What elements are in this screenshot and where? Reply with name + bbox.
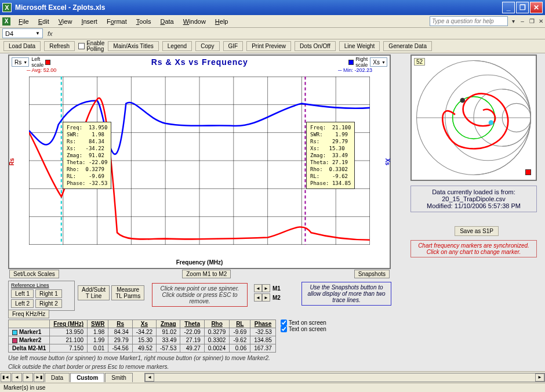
m2-left-button[interactable]: ◄ (254, 293, 262, 302)
reference-lines-panel: Reference Lines Left 1Right 1 Left 2Righ… (8, 281, 75, 311)
tab-custom[interactable]: Custom (70, 373, 104, 382)
enable-polling-checkbox[interactable] (78, 43, 85, 49)
maximize-button[interactable]: ❐ (516, 2, 529, 13)
legend-button[interactable]: Legend (162, 41, 192, 51)
smith-color-swatch (525, 169, 531, 175)
minimize-button[interactable]: _ (502, 2, 515, 13)
sheet-tabs-bar: ▮◄ ◄ ► ►▮ Data Custom Smith ◄► (0, 371, 545, 383)
measure-tlparms-button[interactable]: Measure TL Parms (111, 285, 144, 300)
tab-data[interactable]: Data (45, 373, 70, 382)
right-scale-label: Right scale (355, 56, 368, 68)
copy-button[interactable]: Copy (195, 41, 219, 51)
table-row: Marker113.9501.9884.34-34.2291.02-22.090… (9, 328, 276, 336)
marker1-swatch (12, 330, 17, 335)
menu-file[interactable]: FFileile (14, 18, 34, 25)
left-scale-label: Left scale (31, 56, 43, 68)
reference-lines-label: Reference Lines (11, 282, 72, 288)
marker-table-area: Freq KHz/Hz Freq (MHz)SWRRsXsZmagThetaRh… (8, 310, 414, 370)
ref-left2-button[interactable]: Left 2 (11, 299, 34, 308)
left-color-swatch (45, 60, 50, 65)
text-on-screen-2[interactable]: Text on screen (281, 326, 326, 332)
left-trace-dropdown[interactable]: Rs (12, 57, 29, 67)
dots-button[interactable]: Dots On/Off (295, 41, 336, 51)
tab-nav-prev[interactable]: ◄ (12, 373, 22, 382)
y-axis-right-label: Xs (384, 158, 390, 165)
print-preview-button[interactable]: Print Preview (246, 41, 291, 51)
doc-help-dropdown[interactable]: ▾ (509, 17, 517, 26)
refresh-button[interactable]: Refresh (44, 41, 75, 51)
data-source-info: Data currently loaded is from: 20_15_Tra… (410, 186, 537, 212)
right-color-swatch (348, 60, 354, 65)
m1-right-button[interactable]: ► (262, 284, 270, 292)
tab-nav-next[interactable]: ► (23, 373, 33, 382)
sync-note: Chart frequency markers are synchronized… (410, 240, 537, 257)
svg-point-51 (489, 120, 494, 125)
snapshots-button[interactable]: Snapshots (354, 270, 390, 278)
menu-data[interactable]: Data (155, 18, 178, 25)
status-text: Marker(s) in use (3, 384, 45, 391)
menu-tools[interactable]: Tools (132, 18, 156, 25)
generate-data-button[interactable]: Generate Data (383, 41, 432, 51)
smith-z0-label: 52 (414, 58, 425, 66)
doc-close-button[interactable]: ✕ (537, 17, 545, 26)
y-axis-left-label: Rs (9, 158, 15, 166)
excel-icon: X (2, 3, 12, 12)
menu-format[interactable]: Format (102, 18, 132, 25)
x-axis-label: Frequency (MHz) (9, 259, 390, 266)
status-bar: Marker(s) in use (0, 383, 545, 392)
freq-unit-button[interactable]: Freq KHz/Hz (8, 310, 49, 318)
tip-line-2: Click outside the chart border or press … (8, 364, 414, 370)
main-chart[interactable]: Rs Left scale Rs & Xs vs Frequency Right… (8, 55, 391, 269)
ref-left1-button[interactable]: Left 1 (11, 289, 34, 298)
min-label: ─ Min: -202.23 (338, 67, 372, 74)
load-data-button[interactable]: Load Data (3, 41, 41, 51)
menu-insert[interactable]: Insert (77, 18, 102, 25)
close-button[interactable]: ✕ (530, 2, 543, 13)
right-trace-dropdown[interactable]: Xs (370, 57, 387, 67)
m1-label: M1 (272, 285, 281, 292)
ref-right2-button[interactable]: Right 2 (35, 299, 62, 308)
hscroll-right[interactable]: ► (535, 373, 544, 382)
click-hint: Click new point or use spinner. Click ou… (152, 283, 248, 307)
m2-label: M2 (272, 295, 281, 301)
menu-view[interactable]: View (54, 18, 77, 25)
add-tline-button[interactable]: Add/Subt T Line (78, 285, 110, 300)
ref-right1-button[interactable]: Right 1 (35, 289, 62, 298)
chart-title: Rs & Xs vs Frequency (52, 57, 347, 67)
horizontal-scrollbar[interactable]: ◄► (144, 373, 545, 382)
hscroll-left[interactable]: ◄ (145, 373, 154, 382)
marker2-tooltip: Freq: 21.100 SWR: 1.99 Rs: 29.79 Xs: 15.… (306, 122, 355, 189)
smith-chart[interactable]: 52 (410, 55, 537, 181)
doc-minimize-button[interactable]: – (518, 17, 526, 26)
table-row: Delta M2-M17.1500.01-54.5649.52-57.5349.… (9, 344, 276, 353)
text-on-screen-1[interactable]: Text on screen (281, 320, 326, 326)
zoom-button[interactable]: Zoom M1 to M2 (182, 270, 231, 278)
plot-area[interactable]: 131415 161718 192021 2223 050100 1502002… (29, 77, 370, 245)
window-title: Microsoft Excel - Zplots.xls (15, 3, 501, 12)
fx-icon[interactable]: fx (48, 30, 53, 37)
save-s1p-button[interactable]: Save as S1P (455, 226, 499, 236)
m2-right-button[interactable]: ► (262, 293, 270, 302)
svg-point-50 (460, 98, 465, 103)
tip-line-1: Use left mouse button (or spinner) to mo… (8, 355, 414, 361)
gif-button[interactable]: GIF (223, 41, 244, 51)
tab-smith[interactable]: Smith (105, 373, 133, 382)
enable-polling-label: Enable Polling (86, 41, 104, 52)
avg-label: ─ Avg: 52.00 (27, 67, 56, 74)
menu-help[interactable]: Help (210, 18, 233, 25)
doc-restore-button[interactable]: ❐ (528, 17, 536, 26)
set-scales-button[interactable]: Set/Lock Scales (9, 270, 59, 278)
marker2-swatch (12, 338, 17, 343)
menu-window[interactable]: Window (179, 18, 210, 25)
line-weight-button[interactable]: Line Weight (339, 41, 380, 51)
tab-nav-last[interactable]: ►▮ (34, 373, 44, 382)
titles-button[interactable]: Main/Axis Titles (108, 41, 158, 51)
custom-toolbar: Load Data Refresh Enable Polling Main/Ax… (0, 39, 545, 53)
help-question-box[interactable] (430, 16, 508, 26)
workbook-icon: X (2, 17, 10, 26)
m1-left-button[interactable]: ◄ (254, 284, 262, 292)
menu-edit[interactable]: Edit (34, 18, 54, 25)
marker-spinners: ◄►M1 ◄►M2 (254, 284, 281, 303)
tab-nav-first[interactable]: ▮◄ (1, 373, 11, 382)
name-box[interactable]: D4▼ (2, 28, 43, 38)
